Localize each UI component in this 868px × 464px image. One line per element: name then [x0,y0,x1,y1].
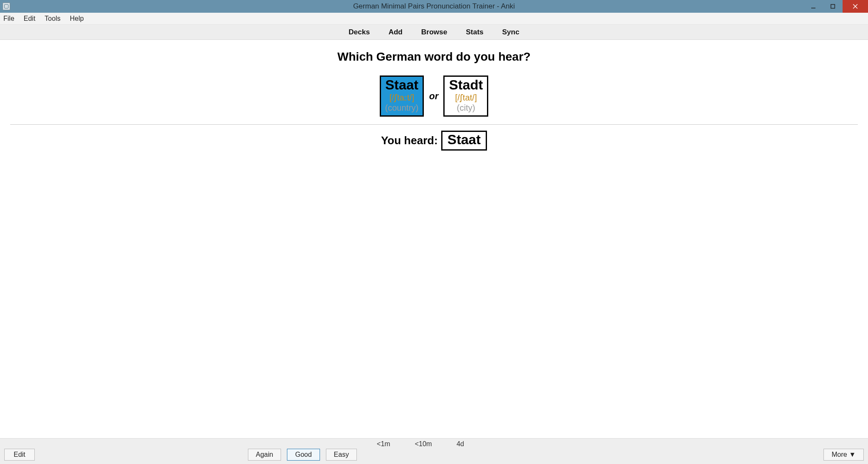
menu-tools[interactable]: Tools [45,15,60,22]
toolbar-add[interactable]: Add [389,28,403,36]
option-card-2[interactable]: Stadt [/ʃtat/] (city) [443,75,488,117]
answer-box: Staat [441,131,487,151]
option-1-word: Staat [385,78,419,92]
toolbar-sync[interactable]: Sync [502,28,520,36]
menu-help[interactable]: Help [70,15,84,22]
options-row: Staat [/ʃtaːt/] (country) or Stadt [/ʃta… [0,75,868,117]
interval-row: <1m <10m 4d [0,440,850,448]
menu-edit[interactable]: Edit [24,15,36,22]
option-2-word: Stadt [449,78,483,92]
more-button[interactable]: More ▼ [823,449,864,461]
question-heading: Which German word do you hear? [0,50,868,64]
menubar: File Edit Tools Help [0,13,868,25]
toolbar-browse[interactable]: Browse [421,28,447,36]
interval-good: <10m [415,440,432,448]
easy-button[interactable]: Easy [326,449,357,461]
toolbar: Decks Add Browse Stats Sync [0,25,868,40]
divider [10,124,858,125]
window-title: German Minimal Pairs Pronunciation Train… [0,2,868,11]
or-label: or [429,91,438,102]
option-1-ipa: [/ʃtaːt/] [385,92,419,103]
option-2-ipa: [/ʃtat/] [449,92,483,103]
toolbar-stats[interactable]: Stats [466,28,484,36]
option-2-translation: (city) [449,103,483,113]
titlebar: German Minimal Pairs Pronunciation Train… [0,0,868,13]
good-button[interactable]: Good [287,449,320,461]
option-1-translation: (country) [385,103,419,113]
edit-button[interactable]: Edit [4,449,35,461]
answer-row: You heard: Staat [0,131,868,151]
interval-easy: 4d [456,440,464,448]
option-card-1[interactable]: Staat [/ʃtaːt/] (country) [380,75,424,117]
toolbar-decks[interactable]: Decks [349,28,370,36]
card-content: Which German word do you hear? Staat [/ʃ… [0,40,868,438]
menu-file[interactable]: File [3,15,14,22]
interval-again: <1m [377,440,390,448]
again-button[interactable]: Again [248,449,281,461]
bottom-row: Edit Again Good Easy More ▼ [4,449,864,461]
answer-label: You heard: [381,134,438,147]
answer-buttons: Again Good Easy [248,449,357,461]
bottom-bar: <1m <10m 4d Edit Again Good Easy More ▼ [0,438,868,464]
